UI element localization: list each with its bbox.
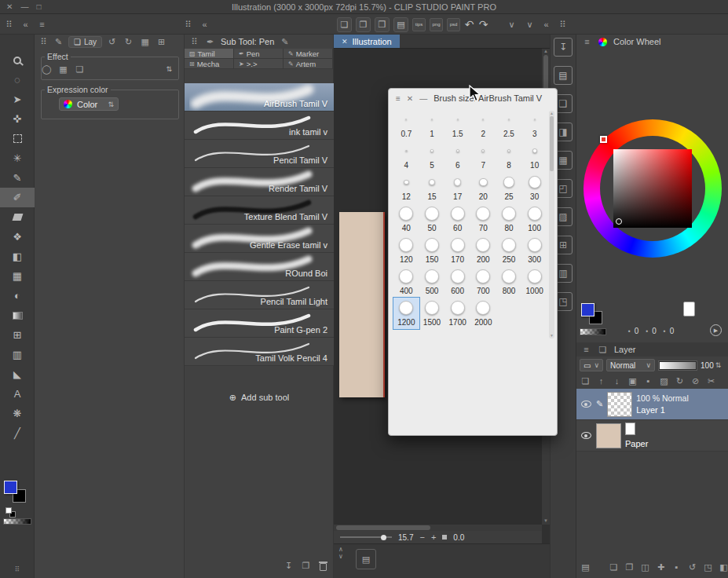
brush-size-option[interactable]: 25 bbox=[496, 172, 522, 203]
scroll-up-icon[interactable]: ▲ bbox=[543, 49, 548, 53]
text-tool[interactable]: A bbox=[0, 384, 35, 404]
rotate-ccw-icon[interactable]: ↺ bbox=[107, 35, 117, 48]
open-file-icon[interactable]: ❒ bbox=[375, 17, 390, 32]
zoom-in-button[interactable]: + bbox=[431, 532, 436, 542]
lock-icon[interactable]: ▪ bbox=[643, 375, 653, 388]
scroll-up-icon[interactable]: ▲ bbox=[550, 111, 554, 115]
collapse-panel-icon[interactable]: « bbox=[199, 18, 210, 31]
artboard[interactable] bbox=[339, 212, 385, 397]
minimize-icon[interactable]: — bbox=[419, 94, 427, 103]
brush-item[interactable]: Paint G-pen 2 bbox=[185, 309, 334, 338]
stepper-icon[interactable]: ⇅ bbox=[715, 361, 722, 369]
transfer-icon[interactable]: ◫ bbox=[640, 561, 650, 573]
drag-dots-icon[interactable]: ⠿ bbox=[38, 35, 49, 48]
brush-size-option[interactable]: 500 bbox=[419, 266, 445, 298]
sv-cursor[interactable] bbox=[616, 218, 622, 225]
mask-icon[interactable]: ◧ bbox=[719, 561, 728, 573]
move-down-icon[interactable]: ↓ bbox=[612, 375, 622, 388]
visibility-eye-icon[interactable] bbox=[580, 432, 592, 439]
brush-size-option[interactable]: 200 bbox=[470, 235, 496, 266]
export-chip-png[interactable]: png bbox=[430, 18, 443, 31]
drag-dots-icon[interactable]: ⠿ bbox=[4, 18, 14, 31]
brush-size-option[interactable]: 60 bbox=[444, 203, 470, 235]
layer-row[interactable]: Paper bbox=[576, 420, 728, 452]
tab-lay[interactable]: ❏ Lay bbox=[68, 36, 102, 48]
brush-size-option[interactable]: 300 bbox=[521, 235, 547, 266]
zoom-slider[interactable] bbox=[340, 536, 392, 538]
add-sub-tool-button[interactable]: ⊕ Add sub tool bbox=[185, 390, 334, 405]
brush-size-option[interactable]: 800 bbox=[496, 266, 522, 298]
brush-size-option[interactable]: 1200 bbox=[393, 298, 419, 329]
figure-tool[interactable]: ✳ bbox=[0, 148, 35, 168]
grid-icon[interactable]: ▦ bbox=[140, 35, 150, 48]
frame-tool[interactable]: ⊞ bbox=[0, 325, 35, 345]
print-icon[interactable]: ▤ bbox=[393, 17, 408, 32]
merge-icon[interactable]: ▪ bbox=[671, 561, 682, 573]
new-canvas-icon[interactable]: ❐ bbox=[356, 17, 371, 32]
scrollbar-thumb[interactable] bbox=[550, 116, 554, 171]
blend-mode-select[interactable]: Normal ∨ bbox=[606, 359, 655, 371]
brush-size-option[interactable]: 250 bbox=[496, 235, 522, 266]
brush-item[interactable]: AirBrush Tamil V bbox=[185, 83, 334, 112]
paper-color-icon[interactable] bbox=[683, 302, 695, 316]
scrollbar-thumb[interactable] bbox=[336, 525, 430, 530]
export-chip-psd[interactable]: psd bbox=[447, 18, 460, 31]
collapse-chevrons[interactable]: ∧ ∨ bbox=[338, 546, 343, 560]
brush-size-option[interactable]: 1.5 bbox=[444, 109, 470, 141]
exclude-icon[interactable]: ⊘ bbox=[690, 375, 701, 388]
brush-item[interactable]: Render Tamil V bbox=[185, 168, 334, 196]
new-layer-icon[interactable]: ❏ bbox=[609, 561, 619, 573]
brush-size-option[interactable]: 15 bbox=[419, 172, 445, 203]
brush-size-option[interactable]: 1000 bbox=[521, 266, 547, 298]
panel-list-icon[interactable]: ▤ bbox=[580, 561, 591, 573]
undo-icon[interactable]: ↶ bbox=[464, 18, 474, 31]
opacity-value-box[interactable]: 100 ⇅ bbox=[701, 361, 721, 370]
brush-size-option[interactable]: 70 bbox=[470, 203, 496, 235]
duplicate-icon[interactable]: ❐ bbox=[301, 559, 311, 572]
layer-type-select[interactable]: ▭ ∨ bbox=[580, 359, 603, 371]
brush-size-option[interactable]: 8 bbox=[496, 141, 522, 172]
circle-icon[interactable]: ◯ bbox=[42, 63, 52, 75]
redo-icon[interactable]: ↷ bbox=[478, 18, 488, 31]
subtool-tab-artem[interactable]: ✎Artem bbox=[284, 59, 333, 69]
operation-tool[interactable]: ➤ bbox=[0, 90, 35, 109]
brush-size-option[interactable]: 170 bbox=[444, 235, 470, 266]
correct-line-tool[interactable]: ❋ bbox=[0, 404, 35, 423]
fit-screen-icon[interactable] bbox=[442, 535, 447, 540]
export-chip-tips[interactable]: tips bbox=[412, 18, 426, 31]
brush-item[interactable]: Pencil Tamil V bbox=[185, 140, 334, 168]
zoom-slider-handle[interactable] bbox=[381, 535, 386, 540]
brush-size-option[interactable]: 80 bbox=[496, 203, 522, 235]
liquify-tool[interactable]: ╱ bbox=[0, 423, 35, 443]
ruler-tool[interactable]: ◣ bbox=[0, 364, 35, 384]
list-icon[interactable]: ▤ bbox=[554, 66, 573, 85]
chevron-down-icon[interactable]: ∨ bbox=[507, 18, 517, 31]
chevron-down-icon[interactable]: ∨ bbox=[525, 18, 535, 31]
stepper-icon[interactable]: ⇅ bbox=[166, 65, 172, 73]
brush-size-option[interactable]: 1500 bbox=[419, 298, 445, 329]
brush-item[interactable]: Gentle Erase tamil v bbox=[185, 225, 334, 253]
brush-size-option[interactable]: 6 bbox=[444, 141, 470, 172]
opacity-slider[interactable] bbox=[658, 360, 697, 371]
airbrush-tool[interactable]: ✐ bbox=[0, 188, 35, 207]
move-tool[interactable]: ✜ bbox=[0, 109, 35, 129]
rotate-icon[interactable]: ↻ bbox=[675, 375, 685, 388]
layer-row[interactable]: ✎100 % NormalLayer 1 bbox=[576, 389, 728, 420]
close-icon[interactable]: ✕ bbox=[407, 94, 413, 103]
brush-size-option[interactable]: 4 bbox=[393, 141, 419, 172]
transparent-color-bar[interactable] bbox=[580, 328, 606, 335]
selection-tool[interactable] bbox=[0, 129, 35, 148]
brush-size-option[interactable]: 1 bbox=[419, 109, 445, 141]
popup-scrollbar[interactable]: ▲ ▼ bbox=[549, 111, 554, 338]
menu-icon[interactable]: ≡ bbox=[396, 94, 401, 103]
drag-dots-icon[interactable]: ⠿ bbox=[183, 18, 193, 31]
brush-size-option[interactable]: 120 bbox=[393, 235, 419, 266]
subtool-tab->.>[interactable]: ➤>.> bbox=[234, 59, 284, 69]
brush-size-option[interactable]: 0.7 bbox=[393, 109, 419, 141]
pen-tool[interactable]: ✎ bbox=[0, 168, 35, 188]
brush-item[interactable]: ink tamil v bbox=[185, 112, 334, 140]
clip-icon[interactable]: ▣ bbox=[627, 375, 638, 388]
rotate-cw-icon[interactable]: ↻ bbox=[123, 35, 134, 48]
brush-size-option[interactable]: 2.5 bbox=[496, 109, 522, 141]
brush-item[interactable]: ROund Boi bbox=[185, 253, 334, 281]
